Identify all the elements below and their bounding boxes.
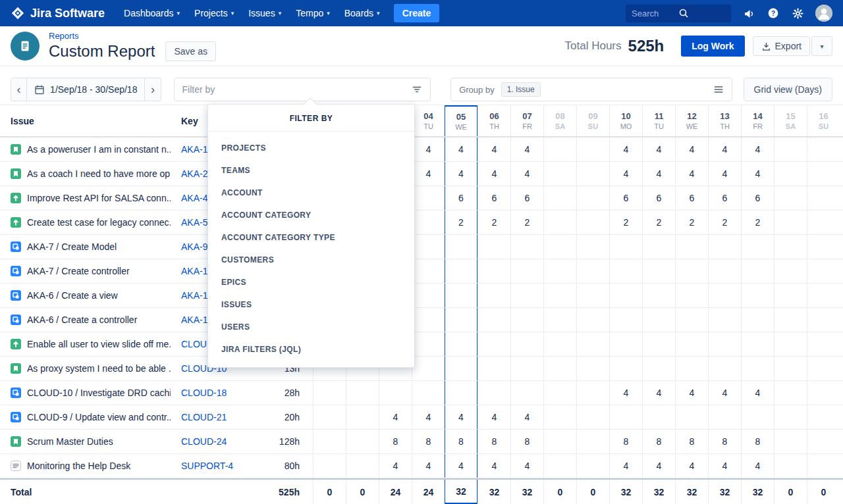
nav-item-issues[interactable]: Issues▾: [241, 0, 288, 26]
timesheet-cell[interactable]: 2: [675, 211, 708, 234]
timesheet-cell[interactable]: [313, 381, 346, 405]
timesheet-cell[interactable]: [807, 186, 840, 210]
timesheet-cell[interactable]: 4: [609, 454, 642, 478]
timesheet-cell[interactable]: [510, 308, 543, 332]
timesheet-cell[interactable]: 2: [445, 211, 477, 234]
timesheet-cell[interactable]: 4: [642, 381, 675, 405]
day-column-header-13[interactable]: 13TH: [708, 105, 741, 136]
timesheet-cell[interactable]: 4: [708, 381, 741, 405]
timesheet-cell[interactable]: 4: [741, 138, 774, 161]
announcements-icon[interactable]: [742, 7, 755, 20]
timesheet-cell[interactable]: [543, 430, 576, 453]
timesheet-cell[interactable]: [576, 186, 609, 210]
issue-key-link[interactable]: CLOUD-24: [181, 436, 227, 447]
timesheet-cell[interactable]: 2: [609, 211, 642, 234]
timesheet-cell[interactable]: [543, 332, 576, 356]
timesheet-cell[interactable]: [576, 235, 609, 259]
day-column-header-04[interactable]: 04TU: [412, 105, 445, 136]
timesheet-cell[interactable]: [774, 284, 807, 307]
timesheet-cell[interactable]: 4: [412, 405, 445, 429]
day-column-header-14[interactable]: 14FR: [741, 105, 774, 136]
timesheet-cell[interactable]: 6: [741, 186, 774, 210]
timesheet-cell[interactable]: 6: [510, 186, 543, 210]
timesheet-cell[interactable]: [412, 186, 445, 210]
timesheet-cell[interactable]: [642, 259, 675, 283]
timesheet-cell[interactable]: 8: [477, 430, 510, 453]
issue-cell[interactable]: CLOUD-10 / Investigate DRD cachi...: [0, 381, 171, 405]
timesheet-cell[interactable]: 4: [708, 162, 741, 186]
timesheet-cell[interactable]: [576, 138, 609, 161]
user-avatar[interactable]: [815, 5, 832, 22]
previous-period-button[interactable]: ‹: [11, 78, 27, 101]
issue-key-link[interactable]: CLOUD-18: [181, 388, 227, 398]
nav-item-projects[interactable]: Projects▾: [187, 0, 241, 26]
timesheet-cell[interactable]: [807, 332, 840, 356]
timesheet-cell[interactable]: 4: [445, 454, 477, 478]
timesheet-cell[interactable]: [774, 308, 807, 332]
timesheet-cell[interactable]: [576, 405, 609, 429]
nav-item-dashboards[interactable]: Dashboards▾: [117, 0, 187, 26]
timesheet-cell[interactable]: [609, 405, 642, 429]
nav-item-tempo[interactable]: Tempo▾: [288, 0, 337, 26]
timesheet-cell[interactable]: [543, 186, 576, 210]
timesheet-cell[interactable]: [807, 308, 840, 332]
filter-option-teams[interactable]: TEAMS: [208, 159, 414, 182]
timesheet-cell[interactable]: [346, 405, 379, 429]
timesheet-cell[interactable]: [576, 454, 609, 478]
timesheet-cell[interactable]: 8: [708, 430, 741, 453]
timesheet-cell[interactable]: [346, 454, 379, 478]
timesheet-cell[interactable]: [675, 405, 708, 429]
timesheet-cell[interactable]: 4: [741, 454, 774, 478]
timesheet-cell[interactable]: [807, 430, 840, 453]
filter-option-account[interactable]: ACCOUNT: [208, 182, 414, 204]
filter-by-input[interactable]: Filter by: [174, 78, 431, 101]
timesheet-cell[interactable]: [675, 284, 708, 307]
day-column-header-11[interactable]: 11TU: [642, 105, 675, 136]
timesheet-cell[interactable]: [774, 430, 807, 453]
timesheet-cell[interactable]: [445, 235, 477, 259]
timesheet-cell[interactable]: 4: [609, 138, 642, 161]
timesheet-cell[interactable]: 8: [675, 430, 708, 453]
timesheet-cell[interactable]: 8: [642, 430, 675, 453]
timesheet-cell[interactable]: 6: [609, 186, 642, 210]
timesheet-cell[interactable]: [477, 308, 510, 332]
timesheet-cell[interactable]: [576, 430, 609, 453]
timesheet-cell[interactable]: [313, 405, 346, 429]
issue-cell[interactable]: AKA-7 / Create controller: [0, 259, 171, 283]
timesheet-cell[interactable]: 6: [642, 186, 675, 210]
timesheet-cell[interactable]: 4: [510, 162, 543, 186]
timesheet-cell[interactable]: [445, 259, 477, 283]
timesheet-cell[interactable]: [741, 259, 774, 283]
timesheet-cell[interactable]: [510, 332, 543, 356]
timesheet-cell[interactable]: 4: [642, 162, 675, 186]
filter-option-account-category[interactable]: ACCOUNT CATEGORY: [208, 204, 414, 226]
timesheet-cell[interactable]: [576, 357, 609, 380]
timesheet-cell[interactable]: [675, 332, 708, 356]
timesheet-cell[interactable]: [543, 259, 576, 283]
timesheet-cell[interactable]: [412, 381, 445, 405]
search-input[interactable]: Search: [626, 5, 731, 22]
timesheet-cell[interactable]: [774, 454, 807, 478]
log-work-button[interactable]: Log Work: [681, 36, 744, 57]
timesheet-cell[interactable]: [412, 259, 445, 283]
timesheet-cell[interactable]: [708, 284, 741, 307]
issue-key-link[interactable]: CLOUD-21: [181, 412, 227, 422]
timesheet-cell[interactable]: [708, 259, 741, 283]
timesheet-cell[interactable]: [774, 381, 807, 405]
timesheet-cell[interactable]: [543, 235, 576, 259]
jira-brand[interactable]: Jira Software: [11, 6, 105, 20]
timesheet-cell[interactable]: [609, 308, 642, 332]
timesheet-cell[interactable]: [477, 381, 510, 405]
nav-item-boards[interactable]: Boards▾: [337, 0, 387, 26]
issue-key-link[interactable]: AKA-9: [181, 241, 207, 252]
timesheet-cell[interactable]: [346, 381, 379, 405]
timesheet-cell[interactable]: 4: [477, 405, 510, 429]
timesheet-cell[interactable]: [477, 235, 510, 259]
timesheet-cell[interactable]: [412, 357, 445, 380]
timesheet-cell[interactable]: [445, 381, 477, 405]
timesheet-cell[interactable]: 2: [477, 211, 510, 234]
timesheet-cell[interactable]: 8: [741, 430, 774, 453]
timesheet-cell[interactable]: [774, 162, 807, 186]
timesheet-cell[interactable]: 2: [510, 211, 543, 234]
timesheet-cell[interactable]: 2: [708, 211, 741, 234]
